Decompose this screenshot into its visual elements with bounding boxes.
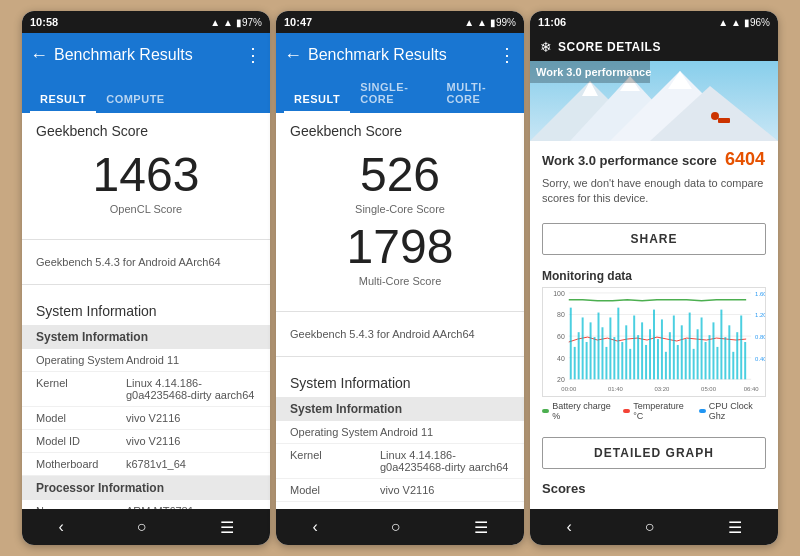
svg-rect-63	[697, 329, 699, 379]
svg-rect-67	[712, 322, 714, 379]
phone2-divider2	[276, 356, 524, 357]
svg-rect-32	[574, 347, 576, 379]
phone2: 10:47 ▲ ▲ ▮99% ← Benchmark Results ⋮ RES…	[276, 11, 524, 545]
phone1-tab-result[interactable]: RESULT	[30, 87, 96, 113]
table-row: Kernel Linux 4.14.186-g0a4235468-dirty a…	[22, 372, 270, 407]
phone1-content: Geekbench Score 1463 OpenCL Score Geekbe…	[22, 113, 270, 509]
svg-rect-64	[701, 317, 703, 379]
svg-rect-56	[669, 332, 671, 379]
svg-rect-41	[609, 317, 611, 379]
phone1-table-header2: Processor Information	[22, 476, 270, 500]
svg-rect-38	[598, 312, 600, 379]
info-label: Motherboard	[36, 458, 126, 470]
phone2-table-header: System Information	[276, 397, 524, 421]
phone1-menu-nav[interactable]: ☰	[220, 518, 234, 537]
phone3-header: ❄ SCORE DETAILS	[530, 33, 778, 61]
scores-label: Scores	[530, 475, 778, 502]
svg-rect-43	[617, 307, 619, 379]
phone2-home-nav[interactable]: ○	[391, 518, 401, 536]
phone2-menu-nav[interactable]: ☰	[474, 518, 488, 537]
svg-text:06:40: 06:40	[744, 386, 760, 392]
phone1-divider2	[22, 284, 270, 285]
phone2-score1-label: Single-Core Score	[290, 203, 510, 215]
phone2-title: Benchmark Results	[308, 46, 492, 64]
phone2-tab-result[interactable]: RESULT	[284, 87, 350, 113]
table-row: Motherboard k6781v1_64	[22, 453, 270, 476]
svg-text:0.40GHz: 0.40GHz	[755, 355, 765, 361]
svg-rect-9	[718, 118, 730, 123]
phone1-home-nav[interactable]: ○	[137, 518, 147, 536]
svg-rect-72	[732, 352, 734, 379]
phone1-sysinfo-title: System Information	[22, 293, 270, 325]
phone2-divider	[276, 311, 524, 312]
svg-rect-54	[661, 319, 663, 379]
phone2-score2: 1798	[290, 223, 510, 271]
phone1-score: 1463	[36, 151, 256, 199]
battery-icon: ▮99%	[490, 17, 516, 28]
phone2-score-section: Geekbench Score 526 Single-Core Score 17…	[276, 113, 524, 303]
snowflake-icon: ❄	[540, 39, 552, 55]
phone2-status-icons: ▲ ▲ ▮99%	[464, 17, 516, 28]
phone1-top-bar: ← Benchmark Results ⋮	[22, 33, 270, 77]
phone3-status-icons: ▲ ▲ ▮96%	[718, 17, 770, 28]
phone1-more-button[interactable]: ⋮	[244, 44, 262, 66]
phone1-back-button[interactable]: ←	[30, 45, 48, 66]
phone3-menu-nav[interactable]: ☰	[728, 518, 742, 537]
phone3-back-nav[interactable]: ‹	[567, 518, 572, 536]
phone2-score1: 526	[290, 151, 510, 199]
phone3-home-nav[interactable]: ○	[645, 518, 655, 536]
signal-icon: ▲	[223, 17, 233, 28]
info-value: vivo V2116	[380, 484, 510, 496]
phone2-more-button[interactable]: ⋮	[498, 44, 516, 66]
legend-temp: Temperature °C	[623, 401, 691, 421]
phone3: 11:06 ▲ ▲ ▮96% ❄ SCORE DETAILS	[530, 11, 778, 545]
share-button[interactable]: SHARE	[542, 223, 766, 255]
phone2-back-button[interactable]: ←	[284, 45, 302, 66]
svg-rect-68	[716, 347, 718, 379]
svg-text:1.20GHz: 1.20GHz	[755, 312, 765, 318]
phone2-top-bar: ← Benchmark Results ⋮	[276, 33, 524, 77]
cpu-legend-label: CPU Clock Ghz	[709, 401, 766, 421]
phone2-content: Geekbench Score 526 Single-Core Score 17…	[276, 113, 524, 509]
work-score-row: Work 3.0 performance score 6404 Sorry, w…	[530, 141, 778, 215]
info-label: Model	[36, 412, 126, 424]
info-value: vivo V2116	[126, 435, 256, 447]
phone2-geekbench-title: Geekbench Score	[290, 123, 510, 139]
phone2-back-nav[interactable]: ‹	[313, 518, 318, 536]
svg-rect-61	[689, 312, 691, 379]
legend-battery: Battery charge %	[542, 401, 615, 421]
sorry-text: Sorry, we don't have enough data to comp…	[542, 176, 766, 207]
svg-rect-42	[613, 337, 615, 379]
table-row: Operating System Android 11	[276, 421, 524, 444]
info-label: Kernel	[36, 377, 126, 401]
info-value: k6781v1_64	[126, 458, 256, 470]
svg-rect-31	[570, 307, 572, 379]
svg-rect-48	[637, 335, 639, 379]
phone1-back-nav[interactable]: ‹	[59, 518, 64, 536]
svg-text:00:00: 00:00	[561, 386, 577, 392]
phone2-tab-single[interactable]: SINGLE-CORE	[350, 75, 436, 113]
svg-text:01:40: 01:40	[608, 386, 624, 392]
svg-rect-66	[709, 335, 711, 379]
info-value: Linux 4.14.186-g0a4235468-dirty aarch64	[380, 449, 510, 473]
chart-area: 100 80 60 40 20 1.60GHz 1.20GHz 0.80GHz …	[542, 287, 766, 397]
info-label: Model ID	[36, 435, 126, 447]
phone3-header-title: SCORE DETAILS	[558, 40, 661, 54]
svg-rect-59	[681, 325, 683, 379]
phone1-tab-compute[interactable]: COMPUTE	[96, 87, 175, 113]
svg-rect-51	[649, 329, 651, 379]
info-value: vivo V2116	[126, 412, 256, 424]
phone2-tab-multi[interactable]: MULTI-CORE	[437, 75, 516, 113]
svg-rect-57	[673, 315, 675, 379]
svg-rect-35	[586, 342, 588, 379]
svg-text:1.60GHz: 1.60GHz	[755, 291, 765, 297]
svg-rect-50	[645, 345, 647, 379]
svg-rect-75	[744, 342, 746, 379]
svg-rect-70	[724, 337, 726, 379]
info-label: Model	[290, 484, 380, 496]
wifi-icon: ▲	[718, 17, 728, 28]
chart-legend: Battery charge % Temperature °C CPU Cloc…	[542, 397, 766, 425]
phone1-table-header1: System Information	[22, 325, 270, 349]
svg-rect-52	[653, 309, 655, 379]
detailed-graph-button[interactable]: DETAILED GRAPH	[542, 437, 766, 469]
